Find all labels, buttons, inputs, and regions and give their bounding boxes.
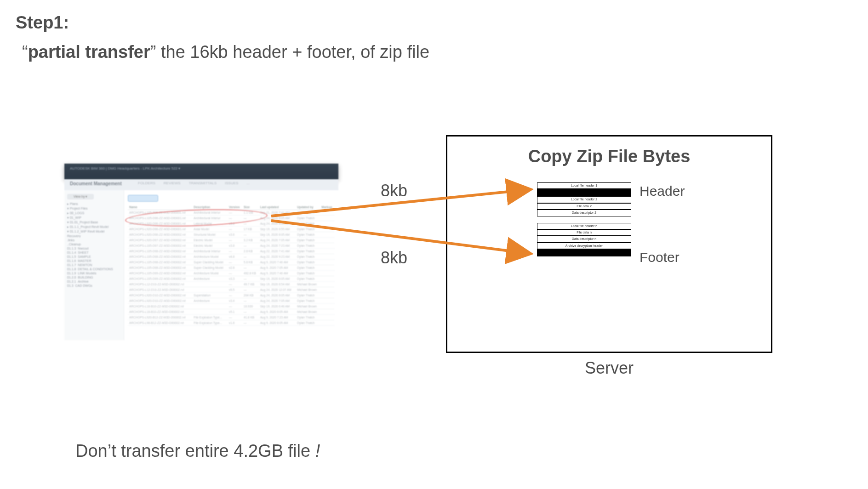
table-cell: Aug 22, 2020 7:41 AM xyxy=(259,249,296,254)
table-cell: Dylan Thatch xyxy=(296,254,320,260)
table-cell: v9.5 xyxy=(228,287,242,293)
table-cell: — xyxy=(228,271,242,276)
table-cell: — xyxy=(228,210,242,216)
table-cell: ARCHOPS-L18-B10-ZZ-M3D-D00002.rvt xyxy=(128,304,192,309)
sidebar-item: 01.1.5_SAMPLE xyxy=(67,255,121,258)
quote-open: “ xyxy=(22,42,28,62)
table-row: ARCHOPS-L920-B12-ZZ-M3D-D00002.rvtFile E… xyxy=(128,315,335,320)
table-cell: Dylan Thatch xyxy=(296,221,320,227)
client-title: Document Management xyxy=(70,181,122,186)
table-cell: ARCHOPS-L12-D10-ZZ-M3D-D00002.rvt xyxy=(128,282,192,287)
sidebar-item: ▾ 01.01_Project Base xyxy=(67,221,121,224)
table-cell: — xyxy=(242,320,259,326)
table-cell xyxy=(320,309,335,315)
table-cell: v2.8 xyxy=(228,265,242,271)
table-cell: Architecture Model xyxy=(192,271,228,276)
table-cell xyxy=(320,315,335,320)
sidebar-item: 01.1.8_DETAIL & CONDITIONS xyxy=(67,267,121,271)
table-cell: v4.8 xyxy=(228,254,242,260)
zip-row: File data 2 xyxy=(537,203,631,210)
footer-label: Footer xyxy=(640,250,680,265)
table-row: ARCHOPS-L98-B12-ZZ-M3D-D00002.rvtFile Ex… xyxy=(128,320,335,326)
table-cell xyxy=(320,304,335,309)
table-row: ARCHOPS-L920-D10-ZZ-M3D-D00002.rvtArchit… xyxy=(128,298,335,304)
tab: REVIEWS xyxy=(164,181,181,185)
zip-structure-diagram: Local file header 1 Local file header 2 … xyxy=(537,182,631,256)
table-row: ARCHOPS-L105-D08-ZZ-M3D-D00002.rvtArchit… xyxy=(128,254,335,260)
footer-note-excl: ! xyxy=(315,441,320,461)
table-cell: Aug 9, 2020 8:05 AM xyxy=(259,309,296,315)
sidebar-item: ▸ Plans xyxy=(67,202,121,206)
header-label: Header xyxy=(640,183,685,199)
table-row: ARCHOPS-L12-D10-ZZ-M3D-D00002.rvtv9.5—Au… xyxy=(128,287,335,293)
server-box: Copy Zip File Bytes Local file header 1 … xyxy=(446,135,772,353)
table-cell: Sep 19, 2020 8:05 AM xyxy=(259,232,296,238)
table-cell: Dylan Thatch xyxy=(296,293,320,298)
table-cell: Super Cladding Model xyxy=(192,260,228,265)
server-caption: Server xyxy=(446,358,772,378)
table-cell xyxy=(192,287,228,293)
table-cell: Michael Brown xyxy=(296,282,320,287)
table-cell: Aug 22, 2020 9:23 AM xyxy=(259,254,296,260)
table-cell: — xyxy=(242,232,259,238)
table-cell: — xyxy=(242,298,259,304)
client-sidebar: View by ▾ ▸ Plans ▾ Project Files ▸ 00_L… xyxy=(64,190,124,340)
table-cell: Sep 21, 2020 7:41 AM xyxy=(259,210,296,216)
sidebar-item: Recovery xyxy=(67,234,121,238)
client-topbar-text: AUTODESK BIM 360 | DMG Headquarters - LP… xyxy=(70,166,180,171)
table-cell: Aug 9, 2020 7:05 AM xyxy=(259,265,296,271)
step-description: “partial transfer” the 16kb header + foo… xyxy=(22,42,429,62)
table-cell: — xyxy=(228,304,242,309)
arrow-label-bottom: 8kb xyxy=(381,248,407,267)
table-cell: — xyxy=(242,216,259,221)
table-cell xyxy=(320,271,335,276)
column-header: Markup xyxy=(320,205,335,210)
table-cell: Dylan Thatch xyxy=(296,265,320,271)
table-cell: Aug 24, 2020 12:07 AM xyxy=(259,287,296,293)
table-cell: Electric Model xyxy=(192,238,228,243)
table-cell: ARCHOPS-L920-D10-ZZ-M3D-D00002.rvt xyxy=(128,298,192,304)
column-header: Description xyxy=(192,205,228,210)
arrow-label-top: 8kb xyxy=(381,181,407,200)
table-cell: File Explosion Type... xyxy=(192,315,228,320)
table-cell: — xyxy=(242,254,259,260)
sidebar-item: 01.1.7_NEWTON xyxy=(67,263,121,267)
footer-note: Don’t transfer entire 4.2GB file ! xyxy=(75,441,320,461)
table-row: ARCHOPS-L105-D09-ZZ-M3D-D00002.rvtArchit… xyxy=(128,271,335,276)
table-row: ARCHOPS-L105-D08-ZZ-M3D-D00002.rvtArchit… xyxy=(128,249,335,254)
table-cell: 204 KB xyxy=(242,293,259,298)
table-cell: — xyxy=(242,265,259,271)
table-cell: — xyxy=(228,260,242,265)
table-cell: v3.6 xyxy=(228,221,242,227)
column-header: Size xyxy=(242,205,259,210)
table-cell: Electric Model xyxy=(192,243,228,249)
table-cell: ARCHOPS-L920-D06-ZZ-M3D-D00001.rvt xyxy=(128,227,192,232)
table-cell: 17 KB xyxy=(242,227,259,232)
step-rest: the 16kb header + footer, of zip file xyxy=(156,42,429,62)
table-row: ARCHOPS-L105-D09-ZZ-M3D-D00002.rvtArchit… xyxy=(128,276,335,282)
table-cell xyxy=(320,276,335,282)
table-cell xyxy=(320,298,335,304)
column-header: Last updated xyxy=(259,205,296,210)
table-cell: — xyxy=(228,315,242,320)
table-cell: Aug 24, 2020 8:05 AM xyxy=(259,293,296,298)
table-cell: ARCHOPS-L105-D07-ZZ-M3D-D00002.rvt xyxy=(128,243,192,249)
table-cell xyxy=(320,293,335,298)
table-cell: ARCHOPS-L105-D08-ZZ-M3D-D00002.rvt xyxy=(128,254,192,260)
table-row: ARCHOPS-L18-B10-ZZ-M3D-D00002.rvtv5.1—Au… xyxy=(128,309,335,315)
table-cell: ARCHOPS-L12-D10-ZZ-M3D-D00002.rvt xyxy=(128,287,192,293)
table-row: ARCHOPS-L105-P06-ZZ-M3D-D00001.rvtArchit… xyxy=(128,210,335,216)
zip-row: Data descriptor 2 xyxy=(537,210,631,216)
table-cell: v3.3 xyxy=(228,276,242,282)
table-cell: Dylan Thatch xyxy=(296,271,320,276)
table-cell: Sep 19, 2020 8:54 AM xyxy=(259,282,296,287)
zip-row: Local file header n xyxy=(537,223,631,229)
zip-row-footer-bytes xyxy=(537,249,631,256)
table-cell: ARCHOPS-L920-D10-ZZ-M3D-D00002.rvt xyxy=(128,293,192,298)
table-cell: — xyxy=(228,216,242,221)
step-label: Step1: xyxy=(16,13,69,33)
sidebar-item: 01.1.9_LINK Models xyxy=(67,272,121,275)
table-row: ARCHOPS-L12-D10-ZZ-M3D-D00002.rvt—49.7 K… xyxy=(128,282,335,287)
column-header: Updated by xyxy=(296,205,320,210)
table-cell: ARCHOPS-L18-B10-ZZ-M3D-D00002.rvt xyxy=(128,309,192,315)
